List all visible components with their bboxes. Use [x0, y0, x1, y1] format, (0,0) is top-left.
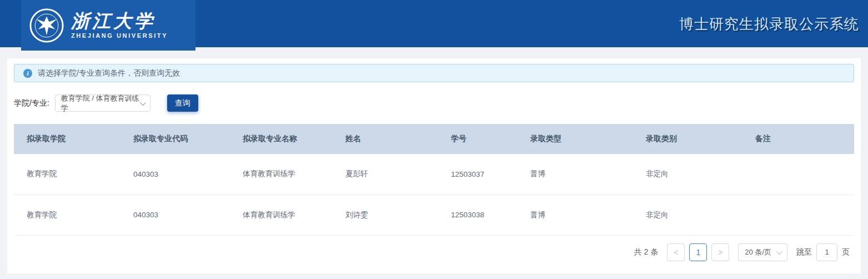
search-button[interactable]: 查询 — [167, 94, 198, 112]
cell-admission-category: 非定向 — [633, 154, 742, 195]
cell-student-id: 12503037 — [438, 154, 518, 195]
pagination: 共 2 条 < 1 > 20 条/页 跳至 页 — [14, 243, 854, 261]
total-count: 共 2 条 — [634, 247, 659, 257]
cell-major-code: 040303 — [121, 195, 230, 235]
page-size-value: 20 条/页 — [745, 247, 771, 257]
page-number-button[interactable]: 1 — [689, 243, 707, 261]
col-header-major-code: 拟录取专业代码 — [121, 124, 230, 154]
col-header-name: 姓名 — [333, 124, 438, 154]
info-alert-text: 请选择学院/专业查询条件，否则查询无效 — [38, 68, 180, 78]
col-header-student-id: 学号 — [438, 124, 518, 154]
admission-table: 拟录取学院 拟录取专业代码 拟录取专业名称 姓名 学号 录取类型 录取类别 备注… — [14, 124, 854, 236]
filter-row: 学院/专业: 教育学院 / 体育教育训练学 查询 — [14, 94, 854, 112]
col-header-remark: 备注 — [742, 124, 854, 154]
next-page-button[interactable]: > — [711, 243, 729, 261]
app-header: 浙江大学 ZHEJIANG UNIVERSITY 博士研究生拟录取公示系统 — [0, 0, 868, 47]
chevron-left-icon: < — [674, 248, 678, 257]
cell-major-code: 040303 — [121, 154, 230, 195]
cell-admission-type: 普博 — [518, 195, 633, 235]
chevron-down-icon — [140, 99, 146, 105]
university-name-cn: 浙江大学 — [71, 12, 168, 30]
col-header-college: 拟录取学院 — [14, 124, 121, 154]
main-card: i 请选择学院/专业查询条件，否则查询无效 学院/专业: 教育学院 / 体育教育… — [7, 58, 861, 273]
chevron-down-icon — [776, 248, 782, 254]
col-header-major-name: 拟录取专业名称 — [230, 124, 333, 154]
col-header-admission-category: 录取类别 — [633, 124, 742, 154]
table-row: 教育学院 040303 体育教育训练学 夏彭轩 12503037 普博 非定向 — [14, 154, 854, 195]
cell-remark — [742, 154, 854, 195]
cell-college: 教育学院 — [14, 154, 121, 195]
cell-name: 夏彭轩 — [333, 154, 438, 195]
university-seal-icon — [29, 8, 64, 43]
cell-admission-type: 普博 — [518, 154, 633, 195]
college-major-label: 学院/专业: — [14, 98, 49, 108]
page-title: 博士研究生拟录取公示系统 — [679, 14, 859, 33]
cell-major-name: 体育教育训练学 — [230, 195, 333, 235]
cell-college: 教育学院 — [14, 195, 121, 235]
col-header-admission-type: 录取类型 — [518, 124, 633, 154]
cell-name: 刘诗雯 — [333, 195, 438, 235]
chevron-right-icon: > — [718, 248, 723, 257]
cell-major-name: 体育教育训练学 — [230, 154, 333, 195]
cell-remark — [742, 195, 854, 235]
college-major-select[interactable]: 教育学院 / 体育教育训练学 — [55, 94, 150, 112]
college-major-select-value: 教育学院 / 体育教育训练学 — [61, 93, 140, 113]
info-icon: i — [23, 69, 32, 78]
cell-admission-category: 非定向 — [633, 195, 742, 235]
university-logo-text: 浙江大学 ZHEJIANG UNIVERSITY — [71, 12, 168, 39]
prev-page-button[interactable]: < — [667, 243, 685, 261]
cell-student-id: 12503038 — [438, 195, 518, 235]
university-name-en: ZHEJIANG UNIVERSITY — [71, 32, 168, 39]
table-header-row: 拟录取学院 拟录取专业代码 拟录取专业名称 姓名 学号 录取类型 录取类别 备注 — [14, 124, 854, 154]
jump-page-suffix: 页 — [842, 247, 850, 257]
university-logo: 浙江大学 ZHEJIANG UNIVERSITY — [21, 0, 195, 51]
jump-to-label: 跳至 — [796, 247, 812, 257]
info-alert: i 请选择学院/专业查询条件，否则查询无效 — [14, 64, 854, 82]
page-size-select[interactable]: 20 条/页 — [738, 243, 787, 261]
table-row: 教育学院 040303 体育教育训练学 刘诗雯 12503038 普博 非定向 — [14, 195, 854, 235]
jump-page-input[interactable] — [816, 243, 837, 261]
